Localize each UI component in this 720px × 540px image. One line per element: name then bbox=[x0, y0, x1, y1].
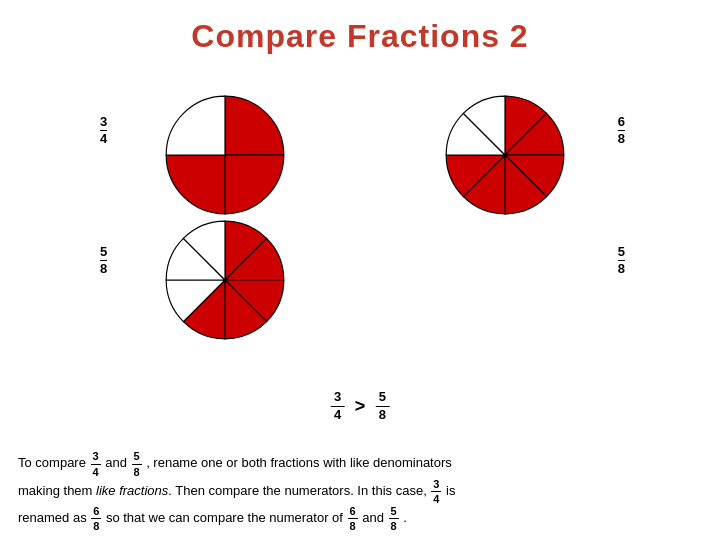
inline-frac-2: 5 8 bbox=[132, 450, 142, 477]
comp-frac-left: 3 4 bbox=[331, 390, 345, 422]
comparison-row: 3 4 > 5 8 bbox=[331, 390, 390, 422]
pie-top-right bbox=[445, 95, 565, 215]
text-line3: renamed as 6 8 so that we can compare th… bbox=[18, 510, 407, 525]
inline-frac-1: 3 4 bbox=[91, 450, 101, 477]
inline-frac-4: 6 8 bbox=[91, 505, 101, 532]
comparison-sign: > bbox=[355, 396, 366, 417]
inline-frac-3: 3 4 bbox=[431, 478, 441, 505]
inline-frac-6: 5 8 bbox=[389, 505, 399, 532]
frac-label-top-right: 6 8 bbox=[618, 115, 625, 147]
main-area: 3 4 6 8 5 8 5 8 bbox=[0, 60, 720, 460]
page-title: Compare Fractions 2 bbox=[0, 0, 720, 55]
explanatory-text: To compare 3 4 and 5 8 , rename one or b… bbox=[18, 450, 702, 532]
like-fractions-italic: like fractions bbox=[96, 483, 168, 498]
text-line1: To compare 3 4 and 5 8 , rename one or b… bbox=[18, 455, 452, 470]
text-line2: making them like fractions. Then compare… bbox=[18, 483, 455, 498]
frac-label-bottom-right: 5 8 bbox=[618, 245, 625, 277]
frac-label-top-left: 3 4 bbox=[100, 115, 107, 147]
frac-label-bottom-left: 5 8 bbox=[100, 245, 107, 277]
comp-frac-right: 5 8 bbox=[375, 390, 389, 422]
inline-frac-5: 6 8 bbox=[348, 505, 358, 532]
pie-top-left bbox=[165, 95, 285, 215]
pie-bottom-left bbox=[165, 220, 285, 340]
